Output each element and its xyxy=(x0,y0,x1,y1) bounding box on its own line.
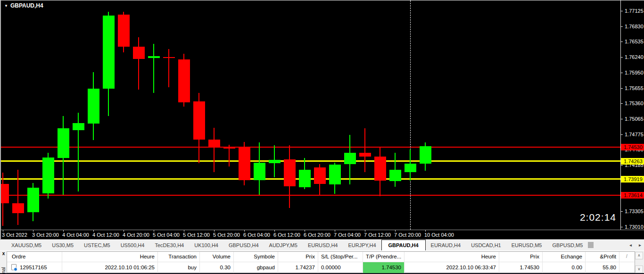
time-axis-label: 4 Oct 04:00 xyxy=(62,232,89,238)
tab-euraud-h4[interactable]: EURAUD,H4 xyxy=(426,240,466,250)
candle-body xyxy=(284,159,296,187)
candle-body xyxy=(163,57,175,58)
tab-xauusd-m5[interactable]: XAUUSD,M5 xyxy=(6,240,47,250)
order-cell-8: 2022.10.10 06:33:47 xyxy=(405,262,499,273)
price-axis-label: 1.76830 xyxy=(625,24,644,29)
time-axis-tick xyxy=(305,230,305,232)
tab-tecde30-h4[interactable]: TecDE30,H4 xyxy=(149,240,189,250)
candle-body xyxy=(148,56,160,58)
candle-body xyxy=(73,123,84,130)
candle-body xyxy=(344,153,356,165)
time-axis-label: 3 Oct 20:00 xyxy=(32,232,59,238)
price-axis-tick xyxy=(621,227,623,227)
candle-body xyxy=(42,158,54,193)
terminal-close-button[interactable]: x xyxy=(1,251,6,257)
column-header-9: Prix xyxy=(499,252,543,262)
horizontal-line-1.73919[interactable] xyxy=(1,178,620,180)
time-axis-label: 10 Oct 04:00 xyxy=(424,232,454,238)
time-axis-tick xyxy=(3,230,3,232)
horizontal-line-1.74530[interactable] xyxy=(1,147,620,148)
chart-dropdown-icon: ▼ xyxy=(4,4,8,8)
price-axis-label: 1.73305 xyxy=(625,208,644,214)
candle-body xyxy=(133,47,145,59)
candle-body xyxy=(329,165,341,184)
orders-table-header: OrdreHeureTransactionVolumeSymbolePrixS/… xyxy=(7,252,635,262)
tab-us500-h4[interactable]: US500,H4 xyxy=(116,240,150,250)
price-axis-tick xyxy=(621,103,623,104)
candle-body xyxy=(103,16,115,89)
column-header-3: Volume xyxy=(200,252,234,262)
candle-countdown-timer: 2:02:14 xyxy=(580,212,616,223)
scroll-up-icon[interactable]: ∧ xyxy=(635,252,643,259)
price-axis[interactable]: 1.771251.768301.765351.762401.759501.756… xyxy=(620,0,644,230)
chart-tab-bar: XAUUSD,M5US30,M5USTEC,M5US500,H4TecDE30,… xyxy=(0,239,644,250)
price-axis-tick xyxy=(621,134,623,135)
time-axis-label: 4 Oct 20:00 xyxy=(123,232,149,238)
candle-body xyxy=(193,101,205,140)
time-axis-tick xyxy=(395,230,396,232)
tab-uk100-h4[interactable]: UK100,H4 xyxy=(189,240,223,250)
time-axis-label: 3 Oct 2022 xyxy=(2,232,27,238)
order-cell-2: buy xyxy=(158,262,200,273)
tab-gbpaud-h4[interactable]: GBPAUD,H4 xyxy=(381,240,426,250)
price-line-label: 1.74530 xyxy=(621,144,644,150)
time-axis-tick xyxy=(93,230,94,232)
candlestick-chart[interactable]: ▼GBPAUD,H4 2:02:14 xyxy=(1,0,620,230)
order-cell-0: 129517165 xyxy=(7,262,62,273)
time-axis-label: 5 Oct 20:00 xyxy=(213,232,240,238)
order-cell-1: 2022.10.10 01:06:25 xyxy=(62,262,158,273)
candle-body xyxy=(208,140,220,147)
time-axis-label: 4 Oct 12:00 xyxy=(92,232,119,238)
time-axis-label: 6 Oct 12:00 xyxy=(273,232,300,238)
time-axis-tick xyxy=(335,230,335,232)
horizontal-line-1.73614[interactable] xyxy=(1,195,620,196)
price-axis-label: 1.75360 xyxy=(625,100,644,106)
candle-wick xyxy=(153,44,154,93)
candle-body xyxy=(359,153,371,157)
order-cell-6: 0.00000 xyxy=(318,262,363,273)
tab-gbpusd-h4[interactable]: GBPUSD,H4 xyxy=(223,240,264,250)
tab-separator xyxy=(593,242,594,248)
tab-usdcad-h1[interactable]: USDCAD,H1 xyxy=(466,240,506,250)
time-axis-tick xyxy=(425,230,426,232)
horizontal-line-1.74263[interactable] xyxy=(1,160,620,162)
price-axis-label: 1.73010 xyxy=(625,224,644,230)
price-axis-tick xyxy=(621,26,623,27)
time-axis-label: 7 Oct 04:00 xyxy=(334,232,361,238)
tab-scroll-left-icon[interactable]: ◂ xyxy=(629,242,632,248)
time-axis[interactable]: 3 Oct 20223 Oct 20:004 Oct 04:004 Oct 12… xyxy=(1,230,644,239)
time-axis-tick xyxy=(154,230,154,232)
tab-audjpy-m5[interactable]: AUDJPY,M5 xyxy=(264,240,303,250)
terminal-scrollbar[interactable]: ∧ ∨ xyxy=(635,252,643,273)
column-header-1: Heure xyxy=(62,252,158,262)
price-axis-tick xyxy=(621,73,623,73)
order-cell-7: 1.74530 xyxy=(363,262,405,273)
tab-ustec-m5[interactable]: USTEC,M5 xyxy=(79,240,116,250)
orders-table: OrdreHeureTransactionVolumeSymbolePrixS/… xyxy=(7,251,635,273)
candle-wick xyxy=(168,49,169,87)
price-axis-label: 1.74775 xyxy=(625,132,644,137)
tab-us30-m5[interactable]: US30,M5 xyxy=(47,240,79,250)
time-axis-tick xyxy=(274,230,275,232)
tab-gbpusd-m5[interactable]: GBPUSD,M5 xyxy=(547,240,588,250)
tab-scroll-right-icon[interactable]: ▸ xyxy=(639,242,641,248)
order-document-icon xyxy=(11,264,17,270)
time-axis-tick xyxy=(244,230,245,232)
order-cell-11: 55.80 xyxy=(586,262,619,273)
candle-body xyxy=(269,160,281,164)
order-cell-4: gbpaud xyxy=(234,262,278,273)
candle-wick xyxy=(138,37,139,90)
candle-body xyxy=(299,170,311,187)
time-axis-tick xyxy=(184,230,184,232)
candle-body xyxy=(405,164,416,172)
period-separator-line xyxy=(410,0,411,230)
scroll-down-icon[interactable]: ∨ xyxy=(635,266,643,273)
column-header-7: T/P (Prendre... xyxy=(363,252,405,262)
row-filler xyxy=(619,262,635,273)
price-axis-tick xyxy=(621,211,623,212)
tab-eurusd-h4[interactable]: EURUSD,H4 xyxy=(303,240,343,250)
tab-eurusd-m5[interactable]: EURUSD,M5 xyxy=(506,240,547,250)
tab-eurjpy-h4[interactable]: EURJPY,H4 xyxy=(343,240,381,250)
order-row[interactable]: 1295171652022.10.10 01:06:25buy0.30gbpau… xyxy=(7,262,635,273)
price-line-label: 1.74263 xyxy=(621,158,644,165)
